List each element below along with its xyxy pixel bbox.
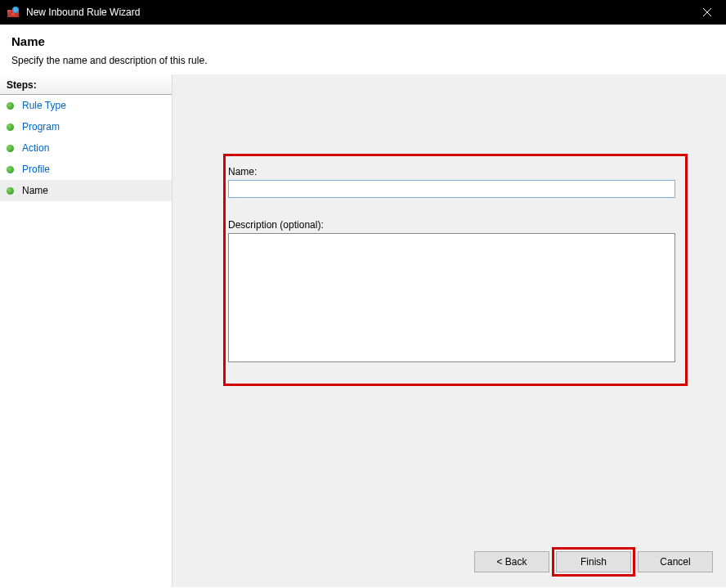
description-label: Description (optional):: [228, 219, 675, 231]
step-action[interactable]: Action: [0, 137, 172, 159]
name-group: Name:: [228, 166, 675, 198]
steps-header: Steps:: [0, 76, 172, 95]
window-title: New Inbound Rule Wizard: [26, 7, 140, 18]
bullet-icon: [7, 166, 14, 173]
cancel-button[interactable]: Cancel: [638, 551, 713, 572]
description-textarea[interactable]: [228, 233, 675, 362]
svg-rect-4: [7, 13, 11, 16]
main-panel: Name: Description (optional): < Back Fin…: [172, 74, 726, 587]
step-label: Rule Type: [22, 100, 66, 111]
svg-rect-1: [7, 10, 11, 12]
description-group: Description (optional):: [228, 219, 675, 365]
page-title: Name: [11, 34, 715, 48]
step-label: Program: [22, 121, 60, 132]
name-label: Name:: [228, 166, 675, 177]
bullet-icon: [7, 145, 14, 152]
name-input[interactable]: [228, 180, 675, 198]
step-label: Action: [22, 142, 49, 154]
button-row: < Back Finish Cancel: [474, 551, 713, 572]
step-label: Profile: [22, 164, 50, 175]
svg-rect-5: [11, 13, 15, 16]
step-name[interactable]: Name: [0, 180, 172, 201]
close-button[interactable]: [688, 0, 726, 25]
back-button[interactable]: < Back: [474, 551, 549, 572]
step-rule-type[interactable]: Rule Type: [0, 95, 172, 116]
svg-rect-6: [16, 13, 19, 16]
header: Name Specify the name and description of…: [0, 25, 726, 74]
bullet-icon: [7, 123, 14, 131]
bullet-icon: [7, 102, 14, 110]
content-area: Steps: Rule Type Program Action Profile …: [0, 74, 726, 587]
svg-point-8: [14, 8, 18, 12]
step-program[interactable]: Program: [0, 116, 172, 137]
titlebar: New Inbound Rule Wizard: [0, 0, 726, 25]
step-profile[interactable]: Profile: [0, 159, 172, 180]
bullet-icon: [7, 187, 14, 195]
step-label: Name: [22, 185, 48, 196]
firewall-icon: [7, 6, 20, 19]
finish-button[interactable]: Finish: [556, 551, 631, 572]
sidebar: Steps: Rule Type Program Action Profile …: [0, 74, 172, 587]
page-subtitle: Specify the name and description of this…: [11, 55, 715, 66]
